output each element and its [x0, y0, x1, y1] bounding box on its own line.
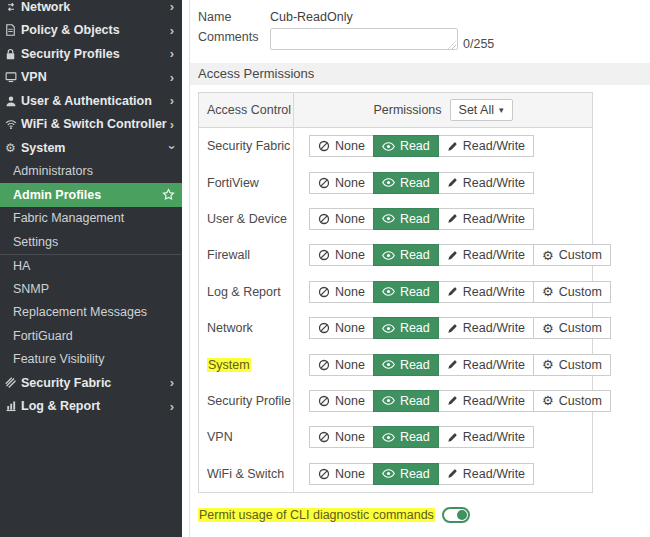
- eye-icon: [382, 432, 395, 443]
- none-option-button[interactable]: None: [309, 317, 374, 339]
- no-entry-icon: [318, 431, 330, 443]
- read-option-button[interactable]: Read: [373, 244, 439, 266]
- row-label-cell: Security Profile: [199, 383, 294, 419]
- read-option-button[interactable]: Read: [373, 208, 439, 230]
- toggle-knob-icon: [457, 510, 467, 520]
- read-option-button[interactable]: Read: [373, 317, 439, 339]
- comments-label: Comments: [198, 28, 270, 44]
- vpn-icon: [4, 70, 17, 84]
- name-row: Name Cub-ReadOnly: [198, 8, 650, 24]
- custom-option-button[interactable]: ⚙Custom: [533, 390, 611, 412]
- sidebar-item-system[interactable]: ⚙System›: [0, 136, 182, 160]
- sidebar-item-administrators[interactable]: Administrators: [0, 160, 182, 184]
- sidebar-item-user-authentication[interactable]: User & Authentication›: [0, 89, 182, 113]
- sidebar-item-wifi-switch-controller[interactable]: WiFi & Switch Controller›: [0, 113, 182, 137]
- sidebar-item-label: User & Authentication: [21, 94, 170, 108]
- comments-input[interactable]: [270, 28, 458, 50]
- read-option-button[interactable]: Read: [373, 281, 439, 303]
- eye-icon: [382, 141, 395, 152]
- readwrite-option-button[interactable]: Read/Write: [438, 390, 534, 412]
- permission-button-group: NoneReadRead/Write: [309, 172, 534, 194]
- cli-toggle[interactable]: [442, 507, 470, 523]
- permission-button-group: NoneReadRead/Write: [309, 135, 534, 157]
- row-label: System: [207, 358, 251, 372]
- sidebar-item-label: Fabric Management: [13, 211, 182, 225]
- gear-icon: ⚙: [542, 285, 554, 298]
- no-entry-icon: [318, 286, 330, 298]
- chevron-right-icon: ›: [170, 94, 174, 107]
- eye-icon: [382, 359, 395, 370]
- custom-option-button[interactable]: ⚙Custom: [533, 354, 611, 376]
- none-option-button[interactable]: None: [309, 208, 374, 230]
- sidebar-item-log-report[interactable]: Log & Report›: [0, 395, 182, 419]
- gear-icon: ⚙: [542, 394, 554, 407]
- sidebar-item-settings[interactable]: Settings: [0, 230, 182, 254]
- sidebar-item-fabric-management[interactable]: Fabric Management: [0, 207, 182, 231]
- read-option-button[interactable]: Read: [373, 354, 439, 376]
- read-option-button[interactable]: Read: [373, 172, 439, 194]
- security-fabric-icon: [4, 376, 17, 390]
- readwrite-option-button[interactable]: Read/Write: [438, 172, 534, 194]
- sidebar-item-ha[interactable]: HA: [0, 254, 182, 278]
- sidebar-item-fortiguard[interactable]: FortiGuard: [0, 324, 182, 348]
- sidebar-item-admin-profiles[interactable]: Admin Profiles: [0, 183, 182, 207]
- readwrite-option-button[interactable]: Read/Write: [438, 135, 534, 157]
- none-option-button[interactable]: None: [309, 354, 374, 376]
- readwrite-option-button[interactable]: Read/Write: [438, 463, 534, 485]
- sidebar-item-label: Network: [21, 0, 170, 14]
- sidebar-item-network[interactable]: Network›: [0, 0, 182, 19]
- custom-option-button[interactable]: ⚙Custom: [533, 317, 611, 339]
- no-entry-icon: [318, 322, 330, 334]
- readwrite-option-button[interactable]: Read/Write: [438, 317, 534, 339]
- set-all-button[interactable]: Set All ▾: [450, 99, 513, 121]
- sidebar-item-label: SNMP: [13, 282, 182, 296]
- sidebar-item-snmp[interactable]: SNMP: [0, 277, 182, 301]
- custom-option-button[interactable]: ⚙Custom: [533, 244, 611, 266]
- none-option-button[interactable]: None: [309, 172, 374, 194]
- readwrite-option-button[interactable]: Read/Write: [438, 208, 534, 230]
- readwrite-option-button[interactable]: Read/Write: [438, 426, 534, 448]
- pencil-icon: [447, 213, 458, 224]
- row-label-cell: FortiView: [199, 164, 294, 200]
- permission-button-group: NoneReadRead/Write: [309, 208, 534, 230]
- gear-icon: ⚙: [542, 322, 554, 335]
- profile-form: Name Cub-ReadOnly Comments 0/255: [190, 0, 650, 53]
- readwrite-option-button[interactable]: Read/Write: [438, 244, 534, 266]
- read-option-button[interactable]: Read: [373, 463, 439, 485]
- security-profiles-icon: [4, 47, 17, 61]
- row-buttons-cell: NoneReadRead/Write⚙Custom: [294, 274, 611, 310]
- sidebar-item-security-profiles[interactable]: Security Profiles›: [0, 42, 182, 66]
- sidebar-item-vpn[interactable]: VPN›: [0, 66, 182, 90]
- readwrite-option-button[interactable]: Read/Write: [438, 354, 534, 376]
- none-option-button[interactable]: None: [309, 463, 374, 485]
- sidebar-item-security-fabric[interactable]: Security Fabric›: [0, 371, 182, 395]
- readwrite-option-button[interactable]: Read/Write: [438, 281, 534, 303]
- permissions-table: Access Control Permissions Set All ▾ Sec…: [198, 92, 593, 493]
- chevron-down-icon: ▾: [499, 105, 504, 115]
- none-option-button[interactable]: None: [309, 281, 374, 303]
- sidebar-item-label: Administrators: [13, 164, 182, 178]
- none-option-button[interactable]: None: [309, 244, 374, 266]
- custom-option-button[interactable]: ⚙Custom: [533, 281, 611, 303]
- eye-icon: [382, 323, 395, 334]
- row-buttons-cell: NoneReadRead/Write: [294, 201, 592, 237]
- pencil-icon: [447, 323, 458, 334]
- none-option-button[interactable]: None: [309, 390, 374, 412]
- row-label: Firewall: [207, 248, 250, 262]
- eye-icon: [382, 177, 395, 188]
- permission-button-group: NoneReadRead/Write⚙Custom: [309, 390, 611, 412]
- star-icon[interactable]: [162, 188, 175, 201]
- sidebar-item-label: Security Fabric: [21, 376, 170, 390]
- read-option-button[interactable]: Read: [373, 390, 439, 412]
- gear-icon: ⚙: [542, 249, 554, 262]
- sidebar-item-replacement-messages[interactable]: Replacement Messages: [0, 301, 182, 325]
- none-option-button[interactable]: None: [309, 426, 374, 448]
- sidebar-item-feature-visibility[interactable]: Feature Visibility: [0, 348, 182, 372]
- sidebar-item-label: Feature Visibility: [13, 352, 182, 366]
- none-option-button[interactable]: None: [309, 135, 374, 157]
- read-option-button[interactable]: Read: [373, 426, 439, 448]
- row-buttons-cell: NoneReadRead/Write: [294, 456, 592, 492]
- read-option-button[interactable]: Read: [373, 135, 439, 157]
- sidebar-item-policy-objects[interactable]: Policy & Objects›: [0, 19, 182, 43]
- permission-row-wifi-switch: WiFi & SwitchNoneReadRead/Write: [199, 456, 592, 492]
